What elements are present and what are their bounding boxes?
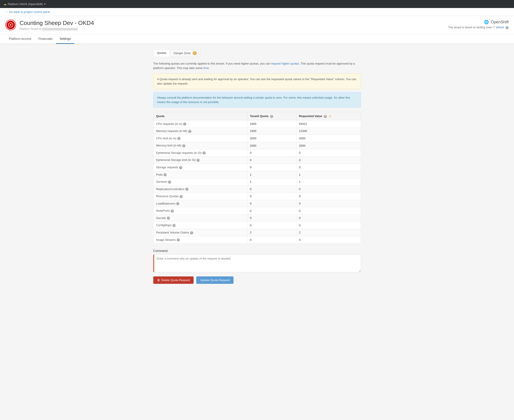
requested-value-cell: 0: [296, 200, 361, 207]
row-help-icon[interactable]: ?: [171, 210, 174, 213]
sub-tab-danger-zone[interactable]: Danger Zone !: [170, 49, 200, 57]
danger-zone-label: Danger Zone: [174, 52, 191, 55]
tenant-quota-cell: 0: [247, 164, 296, 171]
table-row: ReplicationControllers?00: [153, 185, 361, 193]
requested-value-cell: 54321: [296, 120, 361, 128]
quota-name-cell: Ephemeral Storage requests (in Gi)?: [153, 149, 247, 157]
update-quota-request-button[interactable]: Update Quota Request: [196, 277, 233, 284]
quota-name-cell: Memory requests (in Mi)?: [153, 128, 247, 135]
row-help-icon[interactable]: ?: [183, 122, 186, 126]
tenant-quota-cell: 2000: [247, 135, 296, 142]
row-help-icon[interactable]: ?: [180, 195, 183, 198]
requested-value-cell: 0: [296, 207, 361, 215]
globe-icon: 🌐: [484, 20, 489, 24]
quota-table-header: Quota Tenant Quota ? Requested Value ? ⚠: [153, 112, 361, 120]
row-help-icon[interactable]: ?: [190, 231, 193, 234]
landing-zone-link[interactable]: default: [496, 26, 504, 29]
row-help-icon[interactable]: ?: [167, 217, 170, 220]
request-higher-link[interactable]: request higher quotas: [271, 62, 299, 65]
requested-value-cell: 0: [296, 164, 361, 171]
tenant-id-label: Platform Tenant Id: [20, 27, 41, 30]
row-help-icon[interactable]: ?: [177, 137, 180, 140]
table-row: Ephemeral Storage limit (in Gi)?00: [153, 157, 361, 164]
row-help-icon[interactable]: ?: [182, 144, 185, 147]
tenant-quota-cell: 0: [247, 222, 296, 229]
provider-label: 🌐 OpenShift: [448, 20, 509, 24]
time-link[interactable]: time: [203, 66, 209, 70]
quota-table-body: CPU requests (in m)?100054321Memory requ…: [153, 120, 361, 243]
back-link-bar: ← Go back to project control plane: [0, 8, 514, 16]
sub-tabs: Quotas Danger Zone !: [153, 49, 361, 57]
tenant-id-value: [42, 28, 78, 30]
row-help-icon[interactable]: ?: [179, 166, 182, 169]
tenant-quota-cell: 1000: [247, 128, 296, 135]
sub-tab-quotas[interactable]: Quotas: [153, 49, 170, 57]
row-help-icon[interactable]: ?: [176, 202, 179, 205]
tab-navigation: Platform Access Financials Settings: [0, 34, 514, 44]
quota-name-cell: ConfigMaps?: [153, 222, 247, 229]
tab-platform-access[interactable]: Platform Access: [5, 34, 35, 44]
table-row: Memory limit (in Mi)?20002000: [153, 142, 361, 149]
quota-table-header-row: Quota Tenant Quota ? Requested Value ? ⚠: [153, 112, 361, 120]
row-help-icon[interactable]: ?: [172, 224, 176, 227]
col-requested-value: Requested Value ? ⚠: [296, 112, 361, 120]
tab-financials[interactable]: Financials: [35, 34, 56, 44]
quota-name-cell: Persistent Volume Claims?: [153, 229, 247, 236]
requested-value-cell: 0: [296, 214, 361, 222]
row-help-icon[interactable]: ?: [168, 180, 171, 184]
tenant-id-row: Platform Tenant Id: [20, 27, 94, 30]
tenant-quota-cell: 0: [247, 185, 296, 193]
requested-value-cell: 1: [296, 178, 361, 186]
main-content: Quotas Danger Zone ! The following quota…: [148, 44, 366, 289]
requested-value-cell: 0: [296, 149, 361, 157]
table-row: Services?11: [153, 178, 361, 186]
tenant-quota-cell: 0: [247, 200, 296, 207]
tenant-quota-cell: 1: [247, 171, 296, 178]
landing-zone-icon: 🛡: [492, 26, 496, 29]
delete-label: Delete Quota Request: [161, 278, 190, 282]
logo-inner: [6, 20, 15, 30]
tenant-quota-help-icon[interactable]: ?: [270, 115, 273, 118]
tenant-quota-cell: 0: [247, 149, 296, 157]
quota-name-cell: Storage requests?: [153, 164, 247, 171]
top-nav-instance-label[interactable]: OKD4 (OpenShift): [19, 2, 43, 6]
landing-zone-help-icon[interactable]: ?: [506, 26, 509, 29]
quota-name-cell: Services?: [153, 178, 247, 186]
table-row: Resource Quotas?00: [153, 193, 361, 200]
alert-info: Always consult the platform documentatio…: [153, 92, 361, 107]
row-help-icon[interactable]: ?: [163, 173, 167, 176]
quota-name-cell: Image Streams?: [153, 236, 247, 243]
back-link-label: Go back to project control plane: [9, 10, 50, 14]
delete-quota-request-button[interactable]: 🗑 Delete Quota Request: [153, 277, 194, 284]
row-help-icon[interactable]: ?: [177, 238, 180, 241]
table-row: NodePorts?00: [153, 207, 361, 215]
requested-value-cell: 1: [296, 171, 361, 178]
app-logo: [5, 20, 16, 30]
row-help-icon[interactable]: ?: [203, 151, 206, 154]
back-link[interactable]: ← Go back to project control plane: [5, 10, 50, 14]
row-help-icon[interactable]: ?: [197, 159, 200, 162]
quota-name-cell: Ephemeral Storage limit (in Gi)?: [153, 157, 247, 164]
project-title: Counting Sheep Dev - OKD4: [20, 20, 94, 26]
tenant-quota-cell: 1000: [247, 120, 296, 128]
table-row: Persistent Volume Claims?22: [153, 229, 361, 236]
requested-value-cell: 0: [296, 222, 361, 229]
header-left: Counting Sheep Dev - OKD4 Platform Tenan…: [5, 20, 94, 30]
alert-warning: A Quota request is already sent and wait…: [153, 74, 361, 89]
comment-input[interactable]: [153, 255, 361, 272]
requested-value-help-icon[interactable]: ?: [324, 115, 327, 118]
row-help-icon[interactable]: ?: [188, 130, 191, 133]
tenant-quota-cell: 0: [247, 236, 296, 243]
header-right: 🌐 OpenShift This tenant is based on land…: [448, 20, 509, 29]
header-section: Counting Sheep Dev - OKD4 Platform Tenan…: [0, 16, 514, 34]
table-row: Image Streams?00: [153, 236, 361, 243]
table-row: Secrets?00: [153, 214, 361, 222]
row-help-icon[interactable]: ?: [185, 188, 189, 191]
quota-name-cell: Memory limit (in Mi)?: [153, 142, 247, 149]
tenant-quota-cell: 0: [247, 157, 296, 164]
dropdown-arrow-icon[interactable]: ▼: [44, 3, 46, 5]
requested-value-cell: 0: [296, 157, 361, 164]
tab-settings[interactable]: Settings: [56, 34, 74, 44]
comment-section: Comment: [153, 249, 361, 273]
quota-name-cell: NodePorts?: [153, 207, 247, 215]
